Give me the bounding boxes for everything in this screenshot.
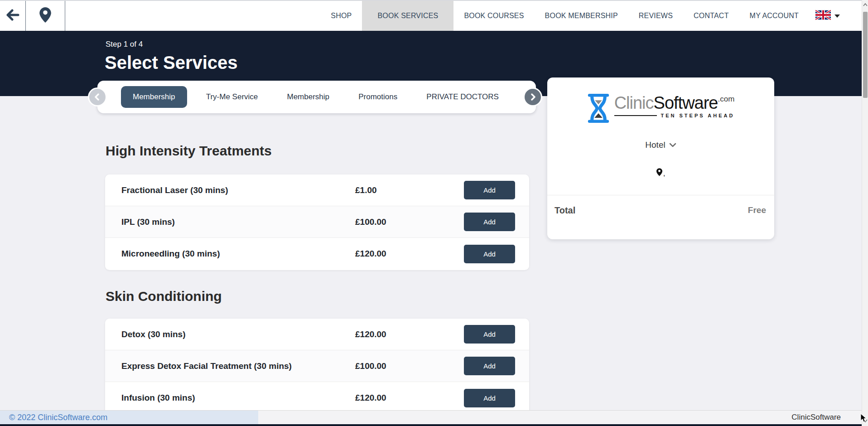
logo-text-com: .com <box>718 95 735 103</box>
carousel-next-button[interactable] <box>523 87 542 106</box>
scroll-down-icon <box>863 419 868 422</box>
service-row: Express Detox Facial Treatment (30 mins)… <box>105 350 529 382</box>
add-service-button[interactable]: Add <box>464 181 515 199</box>
clinicsoftware-logo: ClinicSoftware.com TEN STEPS AHEAD <box>547 94 774 125</box>
scrollbar-down-button[interactable] <box>862 417 868 424</box>
bottom-edge-strip <box>0 424 868 426</box>
logo-tagline-row: TEN STEPS AHEAD <box>614 113 735 118</box>
nav-item-book-courses[interactable]: BOOK COURSES <box>453 1 534 31</box>
total-value: Free <box>748 205 766 216</box>
service-list-high-intensity: Fractional Laser (30 mins) £1.00 Add IPL… <box>105 174 529 270</box>
service-row: Detox (30 mins) £120.00 Add <box>105 319 529 350</box>
logo-tagline-rule <box>614 115 657 116</box>
location-pin-icon <box>39 7 51 24</box>
location-dropdown-label: Hotel <box>645 140 665 150</box>
service-row: Microneedling (30 mins) £120.00 Add <box>105 238 529 270</box>
location-button[interactable] <box>26 1 65 31</box>
address-pin-icon <box>656 168 662 179</box>
language-caret-icon <box>834 15 840 18</box>
service-name: IPL (30 mins) <box>121 217 355 227</box>
nav-item-shop[interactable]: SHOP <box>320 1 362 31</box>
scrollbar-up-button[interactable] <box>862 1 868 8</box>
logo-text-clinic: Clinic <box>614 93 654 112</box>
vertical-scrollbar[interactable] <box>862 0 868 426</box>
section-heading-high-intensity: High Intensity Treatments <box>106 143 272 159</box>
total-label: Total <box>555 205 575 216</box>
hourglass-logo-icon <box>587 94 610 125</box>
language-selector[interactable] <box>809 1 846 31</box>
service-price: £120.00 <box>355 249 423 259</box>
footer-copyright-link[interactable]: © 2022 ClinicSoftware.com <box>9 413 107 422</box>
nav-item-book-services[interactable]: BOOK SERVICES <box>362 1 453 31</box>
logo-tagline-text: TEN STEPS AHEAD <box>661 113 734 118</box>
category-tab-private-doctors[interactable]: PRIVATE DOCTORS <box>416 87 509 107</box>
back-button[interactable] <box>0 1 26 31</box>
section-heading-skin-conditioning: Skin Conditioning <box>106 289 222 304</box>
chevron-left-icon <box>94 93 101 101</box>
service-price: £100.00 <box>355 217 423 227</box>
service-name: Fractional Laser (30 mins) <box>121 185 355 195</box>
category-tab-membership[interactable]: Membership <box>121 86 187 108</box>
service-row: Fractional Laser (30 mins) £1.00 Add <box>105 174 529 206</box>
page-title: Select Services <box>105 53 238 73</box>
nav-item-my-account[interactable]: MY ACCOUNT <box>739 1 809 31</box>
category-tab-promotions[interactable]: Promotions <box>348 87 407 107</box>
address-text: , <box>663 169 665 178</box>
scrollbar-thumb[interactable] <box>863 12 868 98</box>
service-list-skin-conditioning: Detox (30 mins) £120.00 Add Express Deto… <box>105 319 529 417</box>
booking-summary-card: ClinicSoftware.com TEN STEPS AHEAD Hotel… <box>547 77 774 239</box>
service-name: Detox (30 mins) <box>121 329 355 339</box>
service-row: IPL (30 mins) £100.00 Add <box>105 206 529 238</box>
service-name: Microneedling (30 mins) <box>121 249 355 259</box>
service-name: Infusion (30 mins) <box>121 393 355 403</box>
top-navigation-bar: SHOP BOOK SERVICES BOOK COURSES BOOK MEM… <box>0 0 868 31</box>
location-dropdown[interactable]: Hotel <box>547 140 774 150</box>
nav-item-reviews[interactable]: REVIEWS <box>628 1 683 31</box>
service-price: £100.00 <box>355 361 423 371</box>
scroll-up-icon <box>863 3 868 6</box>
nav-item-book-membership[interactable]: BOOK MEMBERSHIP <box>535 1 628 31</box>
category-tab-try-me-service[interactable]: Try-Me Service <box>196 87 268 107</box>
step-indicator: Step 1 of 4 <box>106 40 143 49</box>
add-service-button[interactable]: Add <box>464 325 515 344</box>
back-arrow-icon <box>6 9 19 23</box>
category-carousel: Membership Try-Me Service Membership Pro… <box>97 81 536 113</box>
footer-bar: © 2022 ClinicSoftware.com ClinicSoftware <box>0 410 868 424</box>
add-service-button[interactable]: Add <box>464 357 515 375</box>
chevron-down-icon <box>669 143 676 147</box>
service-price: £1.00 <box>355 185 423 195</box>
carousel-prev-button[interactable] <box>88 87 107 106</box>
uk-flag-icon <box>815 10 831 22</box>
add-service-button[interactable]: Add <box>464 213 515 231</box>
service-price: £120.00 <box>355 393 423 403</box>
add-service-button[interactable]: Add <box>464 245 515 263</box>
logo-text-software: Software <box>654 93 718 112</box>
address-row: , <box>547 168 774 179</box>
total-row: Total Free <box>547 195 774 216</box>
nav-menu: SHOP BOOK SERVICES BOOK COURSES BOOK MEM… <box>320 1 868 31</box>
nav-item-contact[interactable]: CONTACT <box>683 1 739 31</box>
add-service-button[interactable]: Add <box>464 389 515 407</box>
category-tab-membership-2[interactable]: Membership <box>277 87 339 107</box>
service-price: £120.00 <box>355 329 423 339</box>
chevron-right-icon <box>529 93 536 101</box>
service-row: Infusion (30 mins) £120.00 Add <box>105 382 529 414</box>
logo-wordmark: ClinicSoftware.com <box>614 94 735 112</box>
footer-brand-text: ClinicSoftware <box>791 413 841 422</box>
service-name: Express Detox Facial Treatment (30 mins) <box>121 361 355 371</box>
